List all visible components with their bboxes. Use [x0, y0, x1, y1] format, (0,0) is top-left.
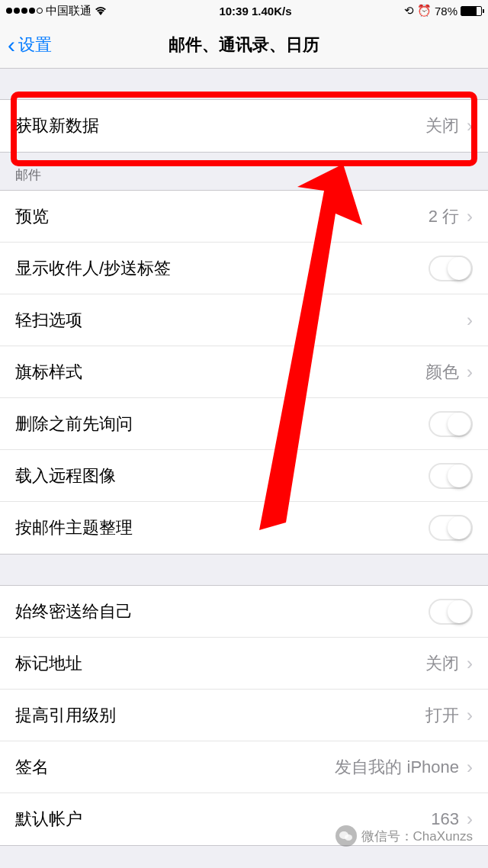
chevron-right-icon: › — [467, 653, 473, 674]
battery-icon — [461, 6, 482, 16]
fetch-section: 获取新数据 关闭 › — [0, 99, 488, 153]
toggle-organize-by-thread[interactable] — [429, 515, 473, 541]
cell-organize-by-thread[interactable]: 按邮件主题整理 — [0, 502, 488, 554]
cell-label: 预览 — [15, 205, 49, 228]
status-bar: 中国联通 10:39 1.40K/s ⟲ ⏰ 78% — [0, 0, 488, 21]
cell-value: 2 行 — [429, 205, 459, 228]
content-area[interactable]: 获取新数据 关闭 › 邮件 预览 2 行 › 显示收件人/抄送标签 轻扫选项 › — [0, 69, 488, 868]
wechat-icon — [336, 825, 357, 847]
back-button[interactable]: ‹ 设置 — [8, 32, 52, 58]
status-left: 中国联通 — [6, 4, 107, 18]
cell-label: 载入远程图像 — [15, 465, 116, 487]
chevron-right-icon: › — [467, 310, 473, 331]
wifi-icon — [95, 5, 107, 18]
section-header-mail: 邮件 — [0, 153, 488, 190]
mail-section: 预览 2 行 › 显示收件人/抄送标签 轻扫选项 › 旗标样式 颜色 › — [0, 190, 488, 555]
toggle-show-to-cc[interactable] — [429, 256, 473, 281]
cell-label: 获取新数据 — [15, 114, 99, 137]
cell-label: 签名 — [15, 756, 49, 779]
cell-show-to-cc[interactable]: 显示收件人/抄送标签 — [0, 243, 488, 294]
cell-label: 默认帐户 — [15, 808, 82, 831]
cell-label: 显示收件人/抄送标签 — [15, 257, 171, 280]
cell-swipe-options[interactable]: 轻扫选项 › — [0, 294, 488, 346]
watermark-text: 微信号：ChaXunzs — [361, 828, 473, 845]
toggle-always-bcc[interactable] — [429, 599, 473, 625]
cell-value: 关闭 — [425, 114, 459, 137]
navigation-bar: ‹ 设置 邮件、通讯录、日历 — [0, 21, 488, 69]
toggle-ask-before-delete[interactable] — [429, 411, 473, 437]
cell-mark-address[interactable]: 标记地址 关闭 › — [0, 638, 488, 690]
alarm-icon: ⏰ — [417, 4, 432, 18]
battery-label: 78% — [435, 5, 458, 18]
cell-label: 始终密送给自己 — [15, 600, 133, 623]
chevron-right-icon: › — [467, 206, 473, 227]
cell-fetch-new-data[interactable]: 获取新数据 关闭 › — [0, 100, 488, 152]
svg-point-1 — [345, 834, 352, 841]
cell-value: 关闭 — [425, 652, 459, 675]
watermark: 微信号：ChaXunzs — [336, 825, 473, 847]
cell-ask-before-delete[interactable]: 删除之前先询问 — [0, 398, 488, 450]
cell-label: 旗标样式 — [15, 361, 82, 384]
cell-label: 按邮件主题整理 — [15, 516, 133, 539]
cell-value: 颜色 — [425, 361, 459, 384]
bottom-section: 始终密送给自己 标记地址 关闭 › 提高引用级别 打开 › 签名 发自我的 iP… — [0, 585, 488, 846]
cell-signature[interactable]: 签名 发自我的 iPhone › — [0, 741, 488, 793]
cell-always-bcc[interactable]: 始终密送给自己 — [0, 586, 488, 638]
cell-label: 删除之前先询问 — [15, 413, 133, 436]
cell-preview[interactable]: 预览 2 行 › — [0, 191, 488, 243]
chevron-right-icon: › — [467, 757, 473, 778]
lock-icon: ⟲ — [404, 4, 414, 18]
status-time: 10:39 1.40K/s — [219, 5, 291, 18]
cell-increase-quote[interactable]: 提高引用级别 打开 › — [0, 690, 488, 741]
toggle-load-remote-images[interactable] — [429, 463, 473, 489]
cell-flag-style[interactable]: 旗标样式 颜色 › — [0, 346, 488, 398]
chevron-right-icon: › — [467, 115, 473, 137]
page-title: 邮件、通讯录、日历 — [169, 34, 319, 56]
status-right: ⟲ ⏰ 78% — [404, 4, 482, 18]
cell-value: 发自我的 iPhone — [335, 756, 459, 779]
cell-label: 标记地址 — [15, 652, 82, 675]
chevron-left-icon: ‹ — [8, 32, 15, 58]
back-label: 设置 — [18, 34, 52, 56]
chevron-right-icon: › — [467, 362, 473, 383]
carrier-label: 中国联通 — [46, 4, 92, 18]
chevron-right-icon: › — [467, 705, 473, 726]
cell-load-remote-images[interactable]: 载入远程图像 — [0, 450, 488, 502]
signal-strength-icon — [6, 8, 43, 14]
cell-label: 提高引用级别 — [15, 704, 116, 727]
cell-value: 打开 — [425, 704, 459, 727]
cell-label: 轻扫选项 — [15, 309, 82, 332]
